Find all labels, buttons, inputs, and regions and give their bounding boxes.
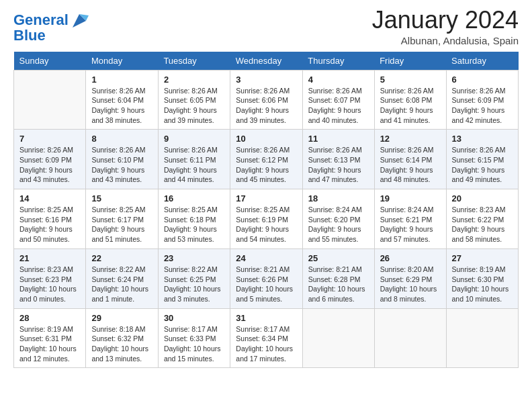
day-number: 1 — [91, 75, 152, 85]
calendar-cell: 16Sunrise: 8:25 AMSunset: 6:18 PMDayligh… — [158, 189, 230, 249]
day-number: 17 — [236, 193, 296, 203]
calendar-week-row: 21Sunrise: 8:23 AMSunset: 6:23 PMDayligh… — [14, 248, 519, 308]
day-info: Sunrise: 8:26 AMSunset: 6:14 PMDaylight:… — [380, 145, 441, 185]
day-number: 12 — [380, 134, 441, 144]
calendar-cell: 24Sunrise: 8:21 AMSunset: 6:26 PMDayligh… — [230, 248, 302, 308]
calendar-cell — [374, 308, 446, 368]
day-number: 30 — [164, 313, 224, 323]
calendar-cell: 8Sunrise: 8:26 AMSunset: 6:10 PMDaylight… — [86, 130, 158, 189]
day-info: Sunrise: 8:26 AMSunset: 6:10 PMDaylight:… — [91, 145, 152, 185]
calendar-cell: 31Sunrise: 8:17 AMSunset: 6:34 PMDayligh… — [230, 308, 302, 368]
calendar-cell — [302, 308, 374, 368]
day-info: Sunrise: 8:26 AMSunset: 6:09 PMDaylight:… — [19, 145, 80, 185]
day-number: 25 — [308, 253, 369, 263]
day-number: 3 — [236, 75, 296, 85]
day-number: 23 — [164, 253, 224, 263]
day-number: 5 — [380, 75, 441, 85]
day-number: 26 — [380, 253, 441, 263]
logo-icon — [70, 11, 89, 30]
day-info: Sunrise: 8:21 AMSunset: 6:28 PMDaylight:… — [308, 265, 369, 304]
header-row: SundayMondayTuesdayWednesdayThursdayFrid… — [14, 52, 519, 71]
calendar-cell: 28Sunrise: 8:19 AMSunset: 6:31 PMDayligh… — [14, 308, 86, 368]
day-number: 19 — [380, 193, 441, 203]
calendar-week-row: 14Sunrise: 8:25 AMSunset: 6:16 PMDayligh… — [14, 189, 519, 249]
day-number: 18 — [308, 193, 369, 203]
calendar-week-row: 1Sunrise: 8:26 AMSunset: 6:04 PMDaylight… — [14, 70, 519, 130]
day-info: Sunrise: 8:22 AMSunset: 6:24 PMDaylight:… — [91, 265, 152, 304]
day-number: 15 — [91, 193, 152, 203]
calendar-cell: 18Sunrise: 8:24 AMSunset: 6:20 PMDayligh… — [302, 189, 374, 249]
day-number: 11 — [308, 134, 369, 144]
day-info: Sunrise: 8:19 AMSunset: 6:31 PMDaylight:… — [19, 324, 80, 364]
calendar-cell: 2Sunrise: 8:26 AMSunset: 6:05 PMDaylight… — [158, 70, 230, 130]
calendar-title: January 2024 — [372, 7, 519, 34]
day-info: Sunrise: 8:24 AMSunset: 6:20 PMDaylight:… — [308, 205, 369, 244]
calendar-cell: 4Sunrise: 8:26 AMSunset: 6:07 PMDaylight… — [302, 70, 374, 130]
header: General Blue January 2024 Albunan, Andal… — [13, 7, 519, 46]
calendar-week-row: 7Sunrise: 8:26 AMSunset: 6:09 PMDaylight… — [14, 130, 519, 189]
calendar-cell: 12Sunrise: 8:26 AMSunset: 6:14 PMDayligh… — [374, 130, 446, 189]
day-info: Sunrise: 8:23 AMSunset: 6:22 PMDaylight:… — [452, 205, 513, 244]
calendar-table: SundayMondayTuesdayWednesdayThursdayFrid… — [13, 52, 519, 369]
weekday-header-thursday: Thursday — [302, 52, 374, 71]
day-info: Sunrise: 8:26 AMSunset: 6:07 PMDaylight:… — [308, 86, 369, 126]
weekday-header-sunday: Sunday — [14, 52, 86, 71]
logo: General Blue — [13, 10, 89, 44]
day-info: Sunrise: 8:26 AMSunset: 6:06 PMDaylight:… — [236, 86, 296, 126]
day-info: Sunrise: 8:26 AMSunset: 6:15 PMDaylight:… — [452, 145, 513, 185]
day-info: Sunrise: 8:17 AMSunset: 6:34 PMDaylight:… — [236, 324, 296, 364]
weekday-header-monday: Monday — [86, 52, 158, 71]
calendar-cell: 29Sunrise: 8:18 AMSunset: 6:32 PMDayligh… — [86, 308, 158, 368]
calendar-cell — [14, 70, 86, 130]
calendar-cell: 17Sunrise: 8:25 AMSunset: 6:19 PMDayligh… — [230, 189, 302, 249]
day-info: Sunrise: 8:20 AMSunset: 6:29 PMDaylight:… — [380, 265, 441, 304]
day-number: 14 — [19, 193, 80, 203]
page: General Blue January 2024 Albunan, Andal… — [0, 0, 532, 411]
day-number: 6 — [452, 75, 513, 85]
day-info: Sunrise: 8:24 AMSunset: 6:21 PMDaylight:… — [380, 205, 441, 244]
day-info: Sunrise: 8:26 AMSunset: 6:12 PMDaylight:… — [236, 145, 296, 185]
calendar-cell: 19Sunrise: 8:24 AMSunset: 6:21 PMDayligh… — [374, 189, 446, 249]
calendar-cell: 15Sunrise: 8:25 AMSunset: 6:17 PMDayligh… — [86, 189, 158, 249]
day-info: Sunrise: 8:26 AMSunset: 6:04 PMDaylight:… — [91, 86, 152, 126]
calendar-cell: 23Sunrise: 8:22 AMSunset: 6:25 PMDayligh… — [158, 248, 230, 308]
calendar-cell: 1Sunrise: 8:26 AMSunset: 6:04 PMDaylight… — [86, 70, 158, 130]
day-number: 22 — [91, 253, 152, 263]
day-number: 16 — [164, 193, 224, 203]
day-info: Sunrise: 8:25 AMSunset: 6:19 PMDaylight:… — [236, 205, 296, 244]
weekday-header-friday: Friday — [374, 52, 446, 71]
logo-text: General — [13, 12, 69, 28]
weekday-header-wednesday: Wednesday — [230, 52, 302, 71]
day-info: Sunrise: 8:18 AMSunset: 6:32 PMDaylight:… — [91, 324, 152, 364]
day-number: 9 — [164, 134, 224, 144]
day-number: 10 — [236, 134, 296, 144]
weekday-header-saturday: Saturday — [446, 52, 518, 71]
day-number: 13 — [452, 134, 513, 144]
calendar-cell: 22Sunrise: 8:22 AMSunset: 6:24 PMDayligh… — [86, 248, 158, 308]
day-number: 28 — [19, 313, 80, 323]
calendar-cell: 3Sunrise: 8:26 AMSunset: 6:06 PMDaylight… — [230, 70, 302, 130]
calendar-subtitle: Albunan, Andalusia, Spain — [372, 35, 519, 46]
calendar-cell: 21Sunrise: 8:23 AMSunset: 6:23 PMDayligh… — [14, 248, 86, 308]
day-number: 29 — [91, 313, 152, 323]
calendar-cell: 30Sunrise: 8:17 AMSunset: 6:33 PMDayligh… — [158, 308, 230, 368]
calendar-cell: 26Sunrise: 8:20 AMSunset: 6:29 PMDayligh… — [374, 248, 446, 308]
day-info: Sunrise: 8:25 AMSunset: 6:18 PMDaylight:… — [164, 205, 224, 244]
weekday-header-tuesday: Tuesday — [158, 52, 230, 71]
day-info: Sunrise: 8:26 AMSunset: 6:09 PMDaylight:… — [452, 86, 513, 126]
day-info: Sunrise: 8:21 AMSunset: 6:26 PMDaylight:… — [236, 265, 296, 304]
day-number: 27 — [452, 253, 513, 263]
calendar-week-row: 28Sunrise: 8:19 AMSunset: 6:31 PMDayligh… — [14, 308, 519, 368]
calendar-cell: 9Sunrise: 8:26 AMSunset: 6:11 PMDaylight… — [158, 130, 230, 189]
calendar-cell: 5Sunrise: 8:26 AMSunset: 6:08 PMDaylight… — [374, 70, 446, 130]
calendar-cell: 6Sunrise: 8:26 AMSunset: 6:09 PMDaylight… — [446, 70, 518, 130]
title-block: January 2024 Albunan, Andalusia, Spain — [372, 7, 519, 46]
calendar-cell: 27Sunrise: 8:19 AMSunset: 6:30 PMDayligh… — [446, 248, 518, 308]
calendar-cell: 10Sunrise: 8:26 AMSunset: 6:12 PMDayligh… — [230, 130, 302, 189]
calendar-cell: 14Sunrise: 8:25 AMSunset: 6:16 PMDayligh… — [14, 189, 86, 249]
day-number: 21 — [19, 253, 80, 263]
day-info: Sunrise: 8:17 AMSunset: 6:33 PMDaylight:… — [164, 324, 224, 364]
day-number: 31 — [236, 313, 296, 323]
day-info: Sunrise: 8:26 AMSunset: 6:13 PMDaylight:… — [308, 145, 369, 185]
calendar-cell: 11Sunrise: 8:26 AMSunset: 6:13 PMDayligh… — [302, 130, 374, 189]
